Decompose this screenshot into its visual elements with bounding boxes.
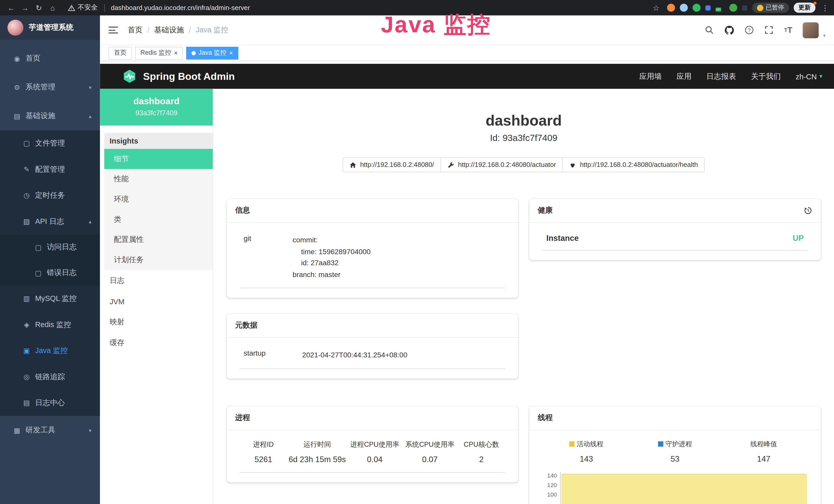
sba-item-scheduled-tasks[interactable]: 计划任务: [104, 250, 213, 270]
browser-chrome: ← → ↻ ⌂ 不安全 dashboard.yudao.iocoder.cn/i…: [0, 0, 834, 16]
extension-icon-dark[interactable]: [742, 5, 747, 10]
refresh-icon[interactable]: ↻: [33, 3, 45, 12]
process-column-uptime: 运行时间 6d 23h 15m 59s: [287, 439, 347, 463]
sba-item-logs[interactable]: 日志: [104, 270, 213, 291]
sidebar-item-tracing[interactable]: ◎ 链路追踪: [0, 364, 100, 390]
column-value: 0.07: [402, 455, 458, 463]
sba-item-mappings[interactable]: 映射: [104, 312, 213, 333]
api-log-icon: ▧: [20, 217, 33, 225]
health-card-body: Instance UP: [529, 223, 821, 260]
sidebar-item-system[interactable]: ⚙ 系统管理 ▾: [0, 73, 100, 102]
extension-icon-switch-on[interactable]: on: [715, 4, 724, 12]
sba-item-caches[interactable]: 缓存: [104, 332, 213, 353]
main-column: 首页 / 基础设施 / Java 监控 ?: [100, 16, 834, 504]
sidebar-item-label: 系统管理: [25, 83, 55, 92]
sba-item-classes[interactable]: 类: [104, 209, 213, 230]
security-indicator[interactable]: 不安全: [68, 3, 97, 12]
close-icon[interactable]: ×: [174, 50, 178, 56]
fullscreen-icon[interactable]: [764, 25, 773, 35]
browser-nav: ← → ↻ ⌂ 不安全 dashboard.yudao.iocoder.cn/i…: [5, 3, 250, 12]
browser-home-icon[interactable]: ⌂: [47, 3, 59, 12]
process-column-cpu-cores: CPU核心数 2: [458, 439, 505, 463]
process-column-system-cpu: 系统CPU使用率 0.07: [402, 439, 458, 463]
history-icon[interactable]: [804, 206, 812, 215]
sidebar-item-label: 日志中心: [35, 398, 65, 408]
extension-icon-lightblue[interactable]: [680, 4, 687, 12]
sidebar-item-scheduled-tasks[interactable]: ◷ 定时任务: [0, 182, 100, 208]
sba-item-performance[interactable]: 性能: [104, 169, 213, 189]
tab-home[interactable]: 首页: [108, 46, 132, 59]
sidebar-item-java-monitor[interactable]: ▣ Java 监控: [0, 338, 100, 364]
sba-nav-journal[interactable]: 日志报表: [706, 72, 736, 81]
infrastructure-icon: ▤: [10, 112, 23, 120]
font-size-icon[interactable]: TT: [784, 25, 792, 35]
health-url-button[interactable]: http://192.168.0.2:48080/actuator/health: [563, 157, 705, 172]
config-icon: ✎: [20, 165, 33, 173]
extension-icon-blue-grid[interactable]: [705, 5, 710, 10]
help-icon[interactable]: ?: [745, 25, 754, 35]
sidebar-item-home[interactable]: ◉ 首页: [0, 44, 100, 73]
sidebar-item-mysql-monitor[interactable]: ▥ MySQL 监控: [0, 285, 100, 312]
git-commit-line: commit:: [292, 234, 371, 246]
legend-label: 守护进程: [665, 439, 692, 449]
close-icon[interactable]: ×: [229, 50, 233, 56]
sidebar-item-access-logs[interactable]: ▢ 访问日志: [0, 234, 100, 260]
sba-nav-about[interactable]: 关于我们: [751, 72, 781, 81]
breadcrumb-home[interactable]: 首页: [128, 25, 142, 35]
service-url-button[interactable]: http://192.168.0.2:48080/: [343, 157, 441, 172]
sba-main: dashboard Id: 93a3fc7f7409 http://192.16…: [213, 89, 834, 504]
browser-menu-icon[interactable]: ⋮: [821, 3, 829, 12]
app-logo-row[interactable]: 芋道管理系统: [0, 16, 100, 40]
extension-icon-orange[interactable]: [667, 4, 675, 12]
threads-card: 线程 活动线程 143 守护进程: [529, 406, 821, 504]
search-icon[interactable]: [705, 25, 714, 35]
sba-item-details[interactable]: 细节: [104, 149, 213, 169]
user-avatar[interactable]: [803, 22, 819, 38]
browser-update-button[interactable]: 更新: [794, 3, 815, 13]
extension-icon-leaf[interactable]: [729, 4, 737, 12]
sba-nav-applications[interactable]: 应用: [677, 72, 692, 81]
sidebar-item-error-logs[interactable]: ▢ 错误日志: [0, 260, 100, 285]
sba-item-environment[interactable]: 环境: [104, 189, 213, 209]
sba-item-jvm[interactable]: JVM: [104, 291, 213, 312]
live-threads-area-series: [561, 474, 807, 504]
sidebar-item-redis-monitor[interactable]: ◈ Redis 监控: [0, 312, 100, 338]
bookmark-star-icon[interactable]: ☆: [650, 3, 662, 12]
sidebar-item-log-center[interactable]: ▤ 日志中心: [0, 390, 100, 416]
sidebar-item-dev-tools[interactable]: ▦ 研发工具 ▾: [0, 416, 100, 445]
legend-swatch-yellow: [569, 441, 575, 447]
sba-item-config-props[interactable]: 配置属性: [104, 230, 213, 250]
y-tick: 100: [547, 491, 557, 498]
sidebar-item-api-logs[interactable]: ▧ API 日志 ▴: [0, 208, 100, 234]
address-divider: [104, 4, 105, 12]
actuator-url-button[interactable]: http://192.168.0.2:48080/actuator: [441, 157, 563, 172]
card-title: 线程: [538, 413, 553, 422]
sidebar-item-file-management[interactable]: ▢ 文件管理: [0, 130, 100, 156]
tab-redis-monitor[interactable]: Redis 监控 ×: [135, 46, 183, 59]
instance-name: dashboard: [100, 96, 213, 107]
breadcrumb-infrastructure[interactable]: 基础设施: [154, 25, 184, 35]
sidebar-item-label: 链路追踪: [35, 372, 65, 382]
extension-icon-green-circle[interactable]: [692, 4, 700, 12]
heartbeat-icon: [569, 161, 576, 168]
forward-icon[interactable]: →: [19, 3, 31, 12]
hamburger-icon[interactable]: [108, 27, 118, 33]
sba-nav-wallboard[interactable]: 应用墙: [639, 72, 662, 81]
table-row: Instance UP: [542, 232, 808, 250]
github-icon[interactable]: [725, 25, 734, 35]
chevron-down-icon: ▾: [89, 427, 91, 433]
sidebar-item-label: 基础设施: [25, 111, 55, 121]
app-header: 首页 / 基础设施 / Java 监控 ?: [100, 16, 834, 45]
sidebar-item-config-management[interactable]: ✎ 配置管理: [0, 156, 100, 182]
legend-value: 53: [631, 454, 720, 463]
wrench-icon: [447, 161, 454, 168]
instance-header[interactable]: dashboard 93a3fc7f7409: [100, 89, 213, 125]
address-bar[interactable]: dashboard.yudao.iocoder.cn/infra/admin-s…: [111, 4, 250, 12]
back-icon[interactable]: ←: [5, 3, 17, 12]
metadata-card: 元数据 startup 2021-04-27T00:44:31.254+08:0…: [226, 314, 518, 379]
threads-card-header: 线程: [529, 406, 821, 430]
tab-java-monitor[interactable]: Java 监控 ×: [186, 46, 238, 59]
sidebar-item-infrastructure[interactable]: ▤ 基础设施 ▴: [0, 102, 100, 131]
profile-paused-badge[interactable]: 已暂停: [752, 3, 789, 13]
sba-locale-select[interactable]: zh-CN ▾: [796, 72, 822, 81]
